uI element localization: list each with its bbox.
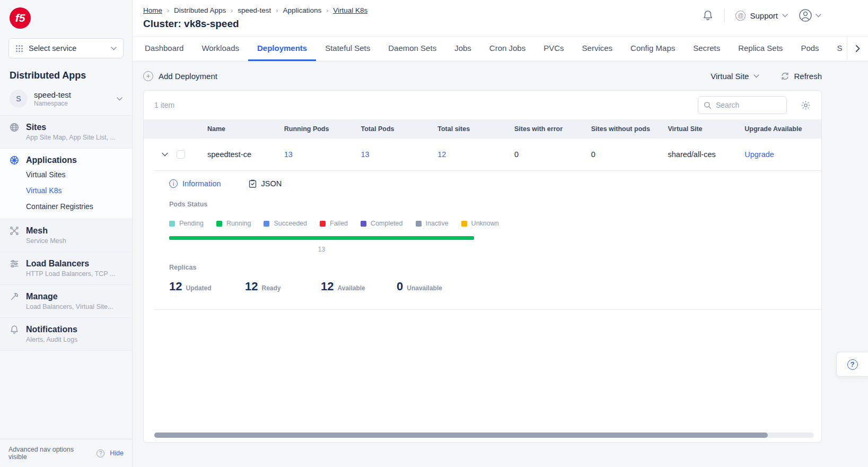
sidebar-item-applications[interactable]: Applications Virtual Sites Virtual K8s C… bbox=[0, 148, 132, 219]
sidebar-item-sub: Service Mesh bbox=[26, 237, 122, 245]
horizontal-scrollbar-thumb[interactable] bbox=[154, 433, 768, 438]
chevron-down-icon bbox=[117, 97, 122, 101]
globe-icon bbox=[10, 123, 19, 132]
namespace-selector[interactable]: S speed-test Namespace bbox=[0, 84, 132, 115]
support-label: Support bbox=[750, 11, 778, 20]
chevron-down-icon bbox=[816, 14, 821, 18]
cell-name: speedtest-ce bbox=[207, 150, 284, 159]
table-row: speedtest-ce 13 13 12 0 0 shared/all-ces… bbox=[144, 139, 821, 170]
help-button[interactable]: ? bbox=[836, 352, 868, 377]
logo-row: f5 bbox=[0, 0, 132, 34]
sidebar-item-virtual-sites[interactable]: Virtual Sites bbox=[26, 170, 122, 179]
tab-services[interactable]: Services bbox=[573, 37, 622, 61]
legend-item-completed: Completed bbox=[361, 220, 402, 227]
cell-upgrade-link[interactable]: Upgrade bbox=[744, 150, 821, 159]
refresh-button[interactable]: Refresh bbox=[781, 72, 822, 81]
detail-tab-information[interactable]: i Information bbox=[169, 179, 221, 188]
sidebar-item-notifications[interactable]: Notifications Alerts, Audit Logs bbox=[0, 317, 132, 350]
tab-daemon-sets[interactable]: Daemon Sets bbox=[379, 37, 445, 61]
chevron-down-icon bbox=[753, 74, 759, 78]
breadcrumb-virtual-k8s[interactable]: Virtual K8s bbox=[333, 6, 367, 14]
tab-deployments[interactable]: Deployments bbox=[248, 37, 316, 61]
breadcrumb-speed-test[interactable]: speed-test bbox=[238, 6, 271, 14]
deployments-table-card: 1 item bbox=[143, 90, 822, 443]
help-question-icon: ? bbox=[847, 359, 858, 370]
row-expand-caret-icon[interactable] bbox=[162, 152, 168, 157]
breadcrumb-applications[interactable]: Applications bbox=[283, 6, 321, 14]
json-clipboard-icon bbox=[249, 179, 257, 188]
cell-total-sites-link[interactable]: 12 bbox=[437, 150, 514, 159]
add-deployment-button[interactable]: + Add Deployment bbox=[143, 71, 217, 81]
stat-unavailable: 0 Unavailable bbox=[397, 280, 472, 293]
tab-cron-jobs[interactable]: Cron Jobs bbox=[480, 37, 534, 61]
header-divider bbox=[724, 8, 725, 22]
chevron-down-icon bbox=[111, 47, 117, 50]
notifications-bell-icon[interactable] bbox=[702, 10, 714, 21]
legend-swatch-completed bbox=[361, 221, 366, 227]
tab-dashboard[interactable]: Dashboard bbox=[136, 37, 192, 61]
sidebar-item-label: Sites bbox=[26, 123, 46, 132]
account-menu[interactable] bbox=[799, 8, 821, 22]
cell-running-pods-link[interactable]: 13 bbox=[284, 150, 361, 159]
hide-advanced-nav-link[interactable]: Hide bbox=[110, 449, 124, 457]
main-area: Home › Distributed Apps › speed-test › A… bbox=[133, 0, 868, 467]
sidebar-item-virtual-k8s[interactable]: Virtual K8s bbox=[26, 186, 122, 195]
top-header: Home › Distributed Apps › speed-test › A… bbox=[133, 0, 868, 36]
tab-stateful-sets[interactable]: Stateful Sets bbox=[316, 37, 379, 61]
refresh-label: Refresh bbox=[794, 72, 822, 81]
support-menu[interactable]: @ Support bbox=[735, 11, 788, 21]
sidebar-item-sub: Alerts, Audit Logs bbox=[26, 336, 122, 343]
tab-workloads[interactable]: Workloads bbox=[192, 37, 248, 61]
horizontal-scrollbar[interactable] bbox=[154, 433, 814, 438]
chevron-down-icon bbox=[782, 14, 788, 18]
sidebar-item-label: Mesh bbox=[26, 226, 48, 236]
row-checkbox[interactable] bbox=[177, 150, 185, 159]
search-box[interactable] bbox=[698, 96, 787, 114]
column-header-name: Name bbox=[207, 125, 284, 133]
advanced-nav-text: Advanced nav options visible bbox=[8, 446, 93, 461]
tab-config-maps[interactable]: Config Maps bbox=[621, 37, 684, 61]
legend-item-unknown: Unknown bbox=[461, 220, 499, 227]
wrench-icon bbox=[10, 292, 19, 301]
namespace-avatar: S bbox=[10, 90, 28, 108]
pods-status-bar-value: 13 bbox=[169, 246, 474, 253]
select-service-dropdown[interactable]: Select service bbox=[8, 38, 124, 58]
tabs-scroll-right-button[interactable] bbox=[847, 37, 868, 60]
sidebar-item-sites[interactable]: Sites App Site Map, App Site List, ... bbox=[0, 115, 132, 148]
tab-pods[interactable]: Pods bbox=[792, 37, 828, 61]
legend-item-inactive: Inactive bbox=[416, 220, 449, 227]
breadcrumb-home[interactable]: Home bbox=[143, 6, 162, 14]
refresh-icon bbox=[781, 72, 790, 81]
pods-status-legend: Pending Running Succeeded Failed bbox=[169, 220, 821, 227]
search-input[interactable] bbox=[716, 101, 774, 109]
column-header-running-pods: Running Pods bbox=[284, 125, 361, 133]
cell-virtual-site: shared/all-ces bbox=[668, 150, 745, 159]
tab-replica-sets[interactable]: Replica Sets bbox=[729, 37, 792, 61]
sidebar-item-label: Applications bbox=[26, 155, 77, 165]
tab-truncated[interactable]: S bbox=[828, 37, 842, 61]
grid-icon bbox=[15, 45, 23, 53]
replicas-label: Replicas bbox=[169, 264, 821, 271]
sidebar-spacer bbox=[0, 350, 132, 439]
breadcrumb-separator: › bbox=[167, 7, 169, 14]
column-header-sites-with-error: Sites with error bbox=[514, 125, 591, 133]
tab-pvcs[interactable]: PVCs bbox=[534, 37, 573, 61]
column-header-total-sites: Total sites bbox=[437, 125, 514, 133]
detail-tab-json-label: JSON bbox=[261, 179, 282, 188]
sidebar-item-container-registries[interactable]: Container Registries bbox=[26, 202, 122, 211]
tab-jobs[interactable]: Jobs bbox=[445, 37, 480, 61]
gear-icon[interactable] bbox=[801, 100, 811, 110]
sidebar-item-manage[interactable]: Manage Load Balancers, Virtual Site... bbox=[0, 284, 132, 317]
sidebar-item-sub: App Site Map, App Site List, ... bbox=[26, 134, 122, 141]
stat-available: 12 Available bbox=[321, 280, 397, 293]
detail-tab-json[interactable]: JSON bbox=[249, 179, 282, 188]
breadcrumb-distributed-apps[interactable]: Distributed Apps bbox=[174, 6, 226, 14]
virtual-site-dropdown[interactable]: Virtual Site bbox=[711, 72, 759, 81]
cell-total-pods-link[interactable]: 13 bbox=[361, 150, 438, 159]
sidebar-item-label: Notifications bbox=[26, 325, 77, 334]
tab-secrets[interactable]: Secrets bbox=[684, 37, 729, 61]
plus-circle-icon: + bbox=[143, 71, 153, 81]
sidebar-item-mesh[interactable]: Mesh Service Mesh bbox=[0, 219, 132, 252]
sidebar-item-load-balancers[interactable]: Load Balancers HTTP Load Balancers, TCP … bbox=[0, 252, 132, 284]
f5-logo[interactable]: f5 bbox=[10, 7, 31, 29]
